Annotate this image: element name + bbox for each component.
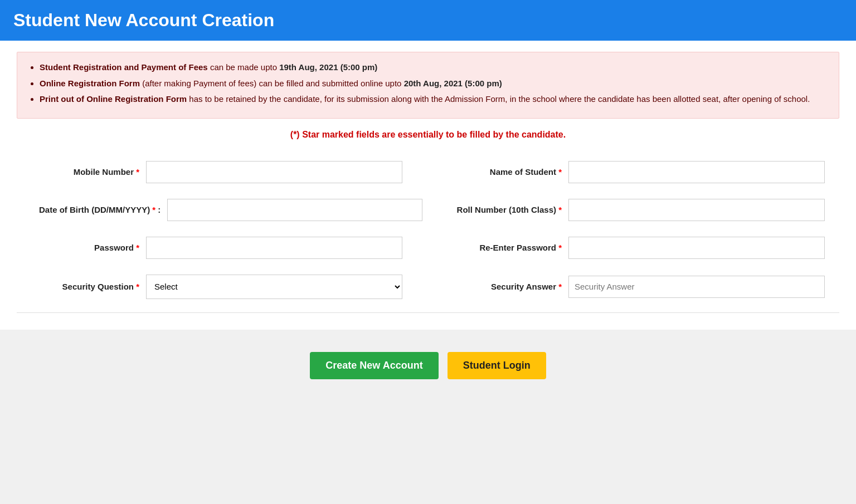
- mobile-number-cell: Mobile Number *: [17, 153, 428, 191]
- student-name-cell: Name of Student *: [428, 153, 839, 191]
- password-required-star: *: [136, 243, 139, 252]
- page-header: Student New Account Creation: [0, 0, 856, 41]
- notice-item-1-text: can be made upto: [210, 62, 279, 72]
- security-answer-input[interactable]: [568, 276, 825, 298]
- dob-label: Date of Birth (DD/MM/YYYY) * :: [39, 205, 160, 214]
- notice-item-3: Print out of Online Registration Form ha…: [40, 93, 828, 106]
- security-answer-cell: Security Answer *: [428, 267, 839, 307]
- student-name-label: Name of Student *: [439, 167, 562, 177]
- roll-number-input[interactable]: [568, 199, 825, 221]
- dob-input[interactable]: [167, 199, 422, 221]
- notice-item-1-highlight: 19th Aug, 2021 (5:00 pm): [279, 62, 377, 72]
- student-login-button[interactable]: Student Login: [448, 352, 546, 379]
- mobile-required-star: *: [136, 167, 139, 177]
- create-account-button[interactable]: Create New Account: [310, 352, 438, 379]
- reenter-password-input[interactable]: [568, 237, 825, 259]
- reenter-password-label: Re-Enter Password *: [439, 243, 562, 252]
- notice-item-3-bold: Print out of Online Registration Form: [40, 94, 187, 104]
- dob-cell: Date of Birth (DD/MM/YYYY) * :: [17, 191, 428, 229]
- star-notice: (*) Star marked fields are essentially t…: [17, 130, 839, 140]
- sq-required-star: *: [136, 282, 139, 291]
- password-cell: Password *: [17, 229, 428, 267]
- page-title: Student New Account Creation: [13, 10, 843, 31]
- roll-number-label: Roll Number (10th Class) *: [439, 205, 562, 214]
- sa-required-star: *: [558, 282, 562, 291]
- notice-item-2-bold: Online Registration Form: [40, 79, 140, 88]
- name-required-star: *: [558, 167, 562, 177]
- password-input[interactable]: [146, 237, 402, 259]
- notice-item-1: Student Registration and Payment of Fees…: [40, 61, 828, 74]
- notice-box: Student Registration and Payment of Fees…: [17, 52, 839, 119]
- security-question-select[interactable]: Select What is your mother's maiden name…: [146, 275, 402, 299]
- reenter-password-cell: Re-Enter Password *: [428, 229, 839, 267]
- notice-list: Student Registration and Payment of Fees…: [28, 61, 828, 106]
- notice-item-2-highlight: 20th Aug, 2021 (5:00 pm): [404, 79, 502, 88]
- roll-number-cell: Roll Number (10th Class) *: [428, 191, 839, 229]
- student-name-input[interactable]: [568, 161, 825, 183]
- roll-required-star: *: [558, 205, 562, 214]
- main-content: Student Registration and Payment of Fees…: [0, 41, 856, 330]
- notice-item-2: Online Registration Form (after making P…: [40, 77, 828, 90]
- registration-form: Mobile Number * Name of Student * Date o…: [17, 153, 839, 307]
- dob-required-star: *: [152, 205, 155, 214]
- password-label: Password *: [39, 243, 139, 252]
- reenter-required-star: *: [558, 243, 562, 252]
- mobile-number-input[interactable]: [146, 161, 402, 183]
- security-question-cell: Security Question * Select What is your …: [17, 267, 428, 307]
- notice-item-1-bold: Student Registration and Payment of Fees: [40, 62, 208, 72]
- mobile-number-label: Mobile Number *: [39, 167, 139, 177]
- notice-item-3-text: has to be retained by the candidate, for…: [189, 94, 810, 104]
- form-divider: [17, 312, 839, 313]
- security-answer-label: Security Answer *: [439, 282, 562, 291]
- footer-section: Create New Account Student Login: [0, 330, 856, 402]
- security-question-label: Security Question *: [39, 282, 139, 291]
- notice-item-2-text: (after making Payment of fees) can be fi…: [142, 79, 403, 88]
